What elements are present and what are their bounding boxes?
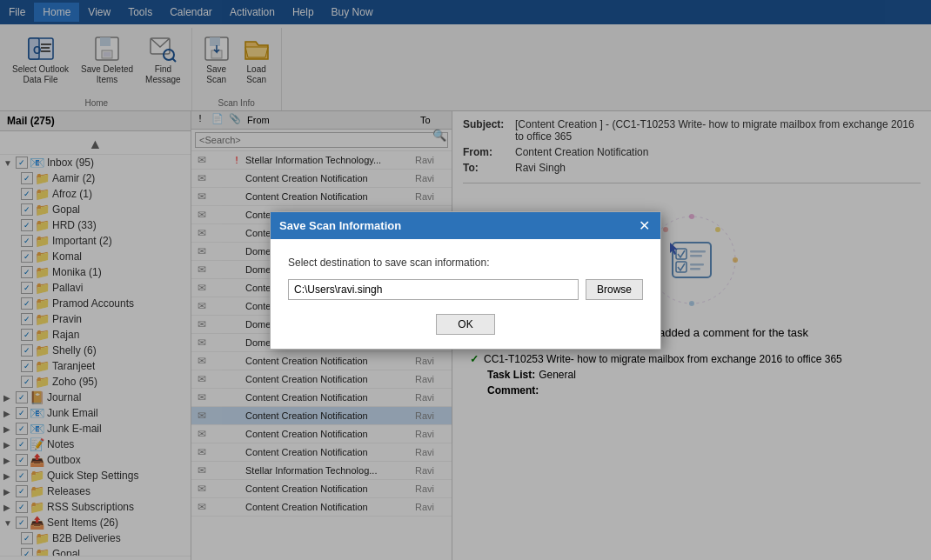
modal-description: Select destination to save scan informat… <box>288 257 643 269</box>
save-scan-modal: Save Scan Information ✕ Select destinati… <box>270 211 661 350</box>
modal-close-button[interactable]: ✕ <box>637 217 652 234</box>
modal-title-bar: Save Scan Information ✕ <box>271 212 660 239</box>
modal-ok-button[interactable]: OK <box>436 314 494 335</box>
modal-body: Select destination to save scan informat… <box>271 239 660 349</box>
modal-browse-button[interactable]: Browse <box>586 279 643 300</box>
modal-input-row: Browse <box>288 279 643 300</box>
modal-path-input[interactable] <box>288 279 579 300</box>
modal-title: Save Scan Information <box>279 219 401 232</box>
modal-overlay: Save Scan Information ✕ Select destinati… <box>0 0 931 560</box>
